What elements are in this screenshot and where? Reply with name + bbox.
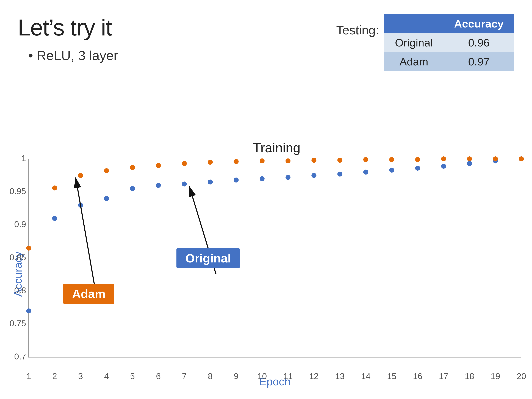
table-section: Testing: Accuracy Original 0.96 Adam 0.9… <box>336 14 514 71</box>
x-tick-label: 20 <box>517 371 526 381</box>
x-tick-label: 1 <box>26 371 31 381</box>
results-table: Accuracy Original 0.96 Adam 0.97 <box>384 14 514 71</box>
svg-point-17 <box>104 196 109 201</box>
table-cell-adam-acc: 0.97 <box>443 52 514 71</box>
table-header-accuracy: Accuracy <box>443 14 514 33</box>
svg-point-24 <box>285 175 291 180</box>
svg-point-19 <box>156 183 161 188</box>
x-tick-label: 8 <box>208 371 213 381</box>
table-row: Adam 0.97 <box>384 52 514 71</box>
x-tick-label: 4 <box>104 371 109 381</box>
svg-point-20 <box>182 182 187 187</box>
svg-point-39 <box>156 163 161 168</box>
svg-point-21 <box>208 179 213 184</box>
svg-point-35 <box>52 185 57 190</box>
svg-point-31 <box>467 161 472 166</box>
svg-text:1: 1 <box>21 154 26 163</box>
chart-svg: 0.70.750.80.850.90.951 <box>29 159 521 357</box>
x-tick-label: 3 <box>78 371 83 381</box>
svg-text:0.95: 0.95 <box>10 187 26 196</box>
svg-point-15 <box>52 216 57 221</box>
x-tick-label: 18 <box>465 371 474 381</box>
svg-point-27 <box>363 170 368 175</box>
svg-point-25 <box>311 173 316 178</box>
chart-title: Training <box>32 140 521 155</box>
svg-point-51 <box>467 156 472 161</box>
svg-point-42 <box>234 159 239 164</box>
x-tick-label: 13 <box>335 371 345 381</box>
svg-point-30 <box>441 164 446 169</box>
x-tick-label: 7 <box>182 371 187 381</box>
svg-point-46 <box>337 158 342 163</box>
x-tick-label: 19 <box>491 371 500 381</box>
svg-point-43 <box>260 158 265 163</box>
svg-point-48 <box>389 157 394 162</box>
table-cell-original-acc: 0.96 <box>443 33 514 52</box>
svg-point-38 <box>130 165 135 170</box>
chart-area: Accuracy 0.70.750.80.850.90.951 12345678… <box>11 159 521 372</box>
x-tick-label: 17 <box>439 371 448 381</box>
svg-point-29 <box>415 166 420 171</box>
svg-point-18 <box>130 186 135 191</box>
x-tick-label: 12 <box>309 371 319 381</box>
svg-point-22 <box>234 177 239 183</box>
x-tick-label: 5 <box>130 371 135 381</box>
x-tick-label: 14 <box>361 371 370 381</box>
svg-point-37 <box>104 168 109 173</box>
testing-label: Testing: <box>336 14 379 37</box>
svg-text:0.9: 0.9 <box>14 220 26 229</box>
svg-text:0.8: 0.8 <box>14 286 26 295</box>
svg-point-45 <box>311 158 316 163</box>
x-tick-label: 15 <box>387 371 396 381</box>
table-row: Original 0.96 <box>384 33 514 52</box>
x-tick-label: 10 <box>257 371 267 381</box>
svg-point-28 <box>389 168 394 172</box>
svg-point-26 <box>337 172 342 177</box>
svg-point-41 <box>208 160 213 165</box>
x-tick-label: 6 <box>156 371 161 381</box>
svg-point-14 <box>26 308 31 313</box>
chart-container: Training Accuracy 0.70.750.80.850.90.951… <box>11 140 521 385</box>
table-cell-original-name: Original <box>384 33 443 52</box>
svg-point-49 <box>415 157 420 162</box>
svg-point-23 <box>260 176 265 181</box>
svg-point-52 <box>493 156 498 161</box>
adam-label: Adam <box>63 284 114 304</box>
chart-inner: 0.70.750.80.850.90.951 12345678910111213… <box>28 159 521 357</box>
table-cell-adam-name: Adam <box>384 52 443 71</box>
svg-point-53 <box>519 156 524 161</box>
svg-point-36 <box>78 173 83 178</box>
slide: Let’s try it • ReLU, 3 layer Testing: Ac… <box>0 0 532 399</box>
svg-point-50 <box>441 156 446 161</box>
x-tick-label: 2 <box>52 371 57 381</box>
svg-text:0.7: 0.7 <box>14 352 26 361</box>
original-label: Original <box>177 248 240 268</box>
x-tick-label: 11 <box>283 371 293 381</box>
table-header-col1 <box>384 14 443 33</box>
svg-text:0.75: 0.75 <box>10 319 26 328</box>
svg-point-34 <box>26 246 31 251</box>
svg-point-44 <box>285 158 291 163</box>
svg-text:0.85: 0.85 <box>10 253 26 262</box>
x-tick-label: 16 <box>413 371 422 381</box>
svg-point-47 <box>363 157 368 162</box>
x-tick-label: 9 <box>234 371 239 381</box>
svg-point-40 <box>182 161 187 166</box>
